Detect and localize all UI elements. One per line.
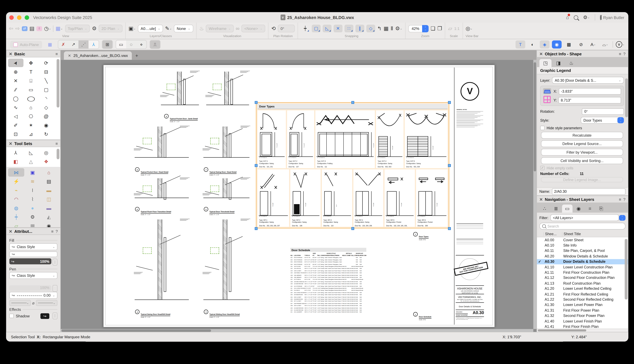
snap-tangent-icon[interactable]: ◇ xyxy=(366,25,375,32)
flyover-tool[interactable]: ⟳ xyxy=(38,59,54,67)
contrast-mode-icon[interactable]: ◐ xyxy=(528,40,537,48)
line-weight-dropdown[interactable]: ↪0.00⌄ xyxy=(9,292,58,299)
ruler-toolset[interactable]: ▬ xyxy=(41,186,57,194)
text-style-icon[interactable]: A⌄ xyxy=(588,40,598,48)
shadow-options-icon[interactable]: ⋮ xyxy=(52,312,58,319)
ellipse-tool[interactable]: ◯ xyxy=(23,94,38,102)
cassette-toolset[interactable]: ▤ xyxy=(41,177,57,186)
basic-palette-scrollbar[interactable] xyxy=(57,59,60,108)
close-window-button[interactable] xyxy=(9,15,14,20)
snap-angle-icon[interactable]: ◺ xyxy=(322,25,332,32)
attribute-wand-tool[interactable]: ✶ xyxy=(23,121,38,129)
polygon-tool[interactable]: ◇ xyxy=(38,103,54,112)
zoom-tool[interactable]: ⊕ xyxy=(8,68,24,76)
polyline-tool[interactable]: ⌂ xyxy=(23,103,38,112)
view-bar-eye-icon[interactable]: ◎⌄ xyxy=(466,26,473,32)
selection-tool[interactable]: ➤ xyxy=(8,59,24,67)
sheet-row-A1.11[interactable]: A1.11First Floor Construction Plan xyxy=(537,270,628,275)
disable-constraint-icon[interactable]: ✗ xyxy=(58,40,68,48)
selection-handle-0[interactable] xyxy=(254,101,258,104)
sheet-row-A1.12[interactable]: A1.12Second Floor Construction Plan xyxy=(537,275,628,280)
saved-views-icon[interactable]: ▦⌄ xyxy=(56,26,63,32)
rectangle-tool[interactable]: ▭ xyxy=(23,85,38,94)
help-icon[interactable]: ? xyxy=(56,229,58,234)
building-toolset[interactable]: ⌂ xyxy=(41,168,57,176)
layer-icon[interactable]: ▣⌄ xyxy=(128,26,136,32)
hide-objects-icon[interactable]: ⊘ xyxy=(576,40,586,48)
3d-modeling-toolset[interactable]: ⅄ xyxy=(8,148,24,157)
sheet-row-A0.00[interactable]: A0.00Cover Sheet xyxy=(537,237,628,243)
plumbing-toolset[interactable]: ≋ xyxy=(24,177,41,186)
lasso-marquee-icon[interactable]: ◌ xyxy=(126,40,136,48)
settings-gear-icon[interactable]: ⚙ ⌄ xyxy=(583,14,590,20)
cone-toolset[interactable]: △ xyxy=(23,157,38,166)
column-sheet-number[interactable]: Shee... xyxy=(543,232,562,236)
menu-icon[interactable]: ≡ xyxy=(56,141,58,146)
rotate-tool[interactable]: ↻ xyxy=(38,130,54,138)
fastener-toolset[interactable]: ⌇ xyxy=(24,195,41,203)
tab-viewports[interactable]: ◉ xyxy=(573,204,584,212)
stack-layers-icon[interactable]: ▤ xyxy=(30,26,34,32)
working-plane-axis-icon[interactable]: ⅄ xyxy=(88,40,99,48)
view-dropdown[interactable]: Top/Plan⌄ xyxy=(65,25,90,32)
vectorworks-cloud-icon[interactable]: V⌄ xyxy=(616,40,625,48)
fill-options-icon[interactable]: ⋮ xyxy=(52,258,58,265)
tab-sheet-layers[interactable]: ▭ xyxy=(562,204,572,212)
sheet-row-A1.30[interactable]: A1.30Lower Level Power Plan xyxy=(537,302,628,308)
pen-style-dropdown[interactable]: ↪Class Style⌄ xyxy=(9,272,58,279)
pan-tool[interactable]: ✥ xyxy=(23,59,38,67)
cable-toolset[interactable]: ⌁ xyxy=(8,186,24,194)
sheet-row-A1.13[interactable]: A1.13Roof Construction Plan xyxy=(537,280,628,286)
help-icon[interactable]: ? xyxy=(623,52,626,56)
selection-handle-4[interactable] xyxy=(448,164,450,167)
home-icon[interactable]: ⌂ xyxy=(566,14,569,20)
rounded-rectangle-tool[interactable]: ▢ xyxy=(38,85,54,94)
select-similar-tool[interactable]: ◉ xyxy=(38,121,54,129)
zoom-level-field[interactable]: 42% ⌃⌄ xyxy=(408,25,429,32)
zoom-stepper[interactable]: ⌃⌄ xyxy=(422,25,428,32)
sheet-row-A1.40[interactable]: A1.40Lower Level Finish Plan xyxy=(537,318,628,324)
fill-color-swatch[interactable]: ↪ xyxy=(9,252,58,257)
sheet-row-A1.21[interactable]: A1.21First Floor Reflected Ceiling xyxy=(537,291,628,297)
shutters-toolset[interactable]: ⋈ xyxy=(8,168,24,176)
sheet-search-input[interactable]: Search xyxy=(539,223,626,230)
selection-handle-3[interactable] xyxy=(254,164,258,167)
menu-icon[interactable]: ≡ xyxy=(51,229,54,234)
sheet-row-A1.22[interactable]: A1.22Second Floor Reflected Ceiling xyxy=(537,297,628,302)
sheet-row-A1.41[interactable]: A1.41First Floor Finish Plan xyxy=(537,324,628,328)
close-icon[interactable]: ✕ xyxy=(9,141,12,146)
sheet-row-A1.10[interactable]: A1.10Lower Level Construction Plan xyxy=(537,264,628,270)
deform-tool[interactable]: ⊿ xyxy=(23,130,38,138)
shadow-resource-button[interactable]: ↪ xyxy=(40,313,49,318)
freehand-tool[interactable]: ∿ xyxy=(8,103,24,112)
detailing-toolset[interactable]: ◎ xyxy=(38,148,54,157)
menu-icon[interactable]: ≡ xyxy=(619,197,621,202)
snap-point-icon[interactable]: ∷ xyxy=(344,25,353,32)
x-field[interactable]: -3.833" xyxy=(559,88,621,94)
extract-tool[interactable]: ⌺ xyxy=(23,76,38,85)
truss-toolset[interactable]: ◭ xyxy=(41,212,57,221)
tab-saved-views[interactable]: ⌗ xyxy=(585,204,595,212)
pipe-fitting-toolset[interactable]: ▬ xyxy=(41,204,57,212)
y-field[interactable]: 8.713" xyxy=(558,97,621,104)
valve-toolset[interactable]: ┿ xyxy=(8,212,24,221)
ghost-layers-icon[interactable]: ⌓⌄ xyxy=(600,40,610,48)
snap-grid-icon[interactable]: ┿ xyxy=(301,25,310,32)
fit-view-icon[interactable]: ⇄ xyxy=(22,26,27,31)
filter-dropdown[interactable]: <All Layers> xyxy=(550,214,619,221)
sheet-row-A0.11[interactable]: A0.11Site Plan, Carport, & Pool xyxy=(537,248,628,254)
sheet-row-A1.32[interactable]: A1.32Second Floor Power Plan xyxy=(537,313,628,318)
locus-tool[interactable]: ✕ xyxy=(8,76,24,85)
hardscape-toolset[interactable]: ▦ xyxy=(24,222,41,228)
auto-plane-toggle[interactable]: Auto-Plane xyxy=(10,40,42,48)
sheet-row-A0.20[interactable]: A0.20Window Details & Schedule xyxy=(537,254,628,259)
scale-value[interactable]: 1:1 xyxy=(454,26,460,31)
rectangular-marquee-icon[interactable]: ▭ xyxy=(116,40,126,48)
sheet-row-A1.31[interactable]: A1.31First Floor Power Plan xyxy=(537,308,628,313)
style-stepper[interactable]: ⌃⌄ xyxy=(618,117,624,123)
selection-handle-6[interactable] xyxy=(351,227,354,230)
drawing-canvas[interactable]: 9Typical Pocket Door: Jamb DetailScale: … xyxy=(61,60,537,332)
canvas-vertical-scrollbar[interactable] xyxy=(534,60,537,329)
snap-object-icon[interactable]: ▢ xyxy=(312,25,320,32)
active-layer-dropdown[interactable]: A0....ule]⌄ xyxy=(138,25,163,32)
